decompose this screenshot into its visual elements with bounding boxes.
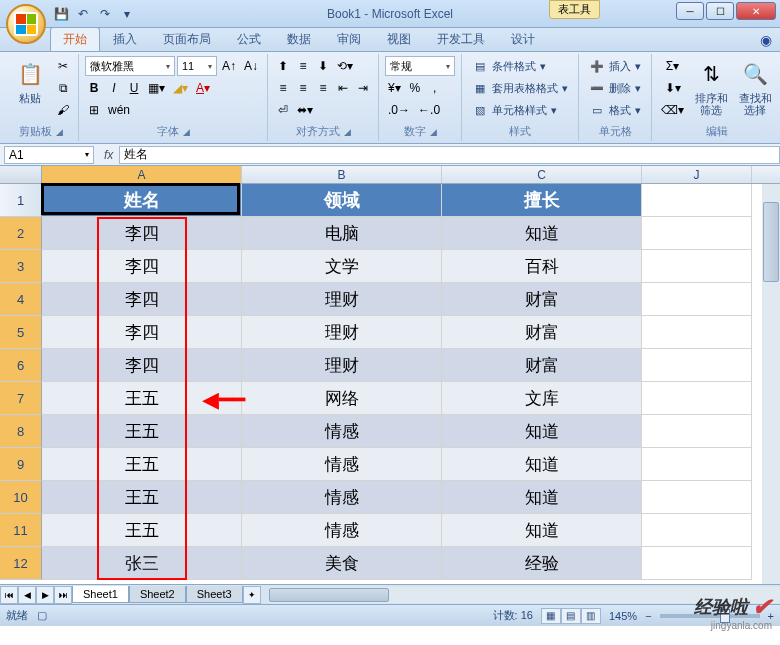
cell[interactable]: 文库 — [442, 382, 642, 415]
vertical-scrollbar[interactable] — [762, 184, 780, 584]
tab-data[interactable]: 数据 — [274, 27, 324, 51]
font-name-combo[interactable]: 微软雅黑▾ — [85, 56, 175, 76]
fx-button[interactable]: fx — [98, 148, 119, 162]
cell[interactable]: 情感 — [242, 481, 442, 514]
cell[interactable] — [642, 481, 752, 514]
select-all-corner[interactable] — [0, 166, 42, 183]
sheet-nav-last[interactable]: ⏭ — [54, 586, 72, 604]
cell[interactable]: 知道 — [442, 217, 642, 250]
number-format-combo[interactable]: 常规▾ — [385, 56, 455, 76]
qat-dropdown[interactable]: ▾ — [118, 5, 136, 23]
macro-record-icon[interactable]: ▢ — [37, 609, 47, 621]
table-format-button[interactable]: ▦套用表格格式▾ — [468, 78, 572, 98]
sheet-nav-prev[interactable]: ◀ — [18, 586, 36, 604]
row-header[interactable]: 10 — [0, 481, 42, 514]
font-dialog-launcher[interactable]: ◢ — [183, 127, 190, 137]
border-drawing-button[interactable]: ⊞ — [85, 100, 103, 120]
align-top-button[interactable]: ⬆ — [274, 56, 292, 76]
comma-button[interactable]: , — [426, 78, 444, 98]
increase-indent-button[interactable]: ⇥ — [354, 78, 372, 98]
cell[interactable]: 财富 — [442, 316, 642, 349]
name-box[interactable]: A1▾ — [4, 146, 94, 164]
cell[interactable]: 电脑 — [242, 217, 442, 250]
cell[interactable]: 财富 — [442, 349, 642, 382]
sheet-nav-first[interactable]: ⏮ — [0, 586, 18, 604]
decrease-font-button[interactable]: A↓ — [241, 56, 261, 76]
cell[interactable] — [642, 184, 752, 217]
cut-button[interactable]: ✂ — [54, 56, 72, 76]
cell[interactable]: 李四 — [42, 250, 242, 283]
font-color-button[interactable]: A▾ — [193, 78, 213, 98]
sheet-tab-1[interactable]: Sheet1 — [72, 586, 129, 603]
row-header[interactable]: 3 — [0, 250, 42, 283]
vscroll-thumb[interactable] — [763, 202, 779, 282]
save-button[interactable]: 💾 — [52, 5, 70, 23]
minimize-button[interactable]: ─ — [676, 2, 704, 20]
tab-developer[interactable]: 开发工具 — [424, 27, 498, 51]
cell[interactable]: 理财 — [242, 316, 442, 349]
view-normal-button[interactable]: ▦ — [541, 608, 561, 624]
cell[interactable]: 知道 — [442, 415, 642, 448]
tab-insert[interactable]: 插入 — [100, 27, 150, 51]
align-center-button[interactable]: ≡ — [294, 78, 312, 98]
cell[interactable]: 情感 — [242, 448, 442, 481]
office-button[interactable] — [6, 4, 46, 44]
find-select-button[interactable]: 🔍 查找和 选择 — [735, 56, 775, 118]
cell[interactable]: 王五 — [42, 415, 242, 448]
autosum-button[interactable]: Σ▾ — [658, 56, 687, 76]
cell[interactable]: 王五 — [42, 481, 242, 514]
cell[interactable] — [642, 349, 752, 382]
cell[interactable]: 姓名 — [42, 184, 242, 217]
cell[interactable]: 情感 — [242, 514, 442, 547]
bold-button[interactable]: B — [85, 78, 103, 98]
cell[interactable]: 百科 — [442, 250, 642, 283]
cell[interactable]: 李四 — [42, 217, 242, 250]
cell[interactable]: 情感 — [242, 415, 442, 448]
row-header[interactable]: 6 — [0, 349, 42, 382]
cell[interactable] — [642, 547, 752, 580]
fill-color-button[interactable]: ◢▾ — [170, 78, 191, 98]
row-header[interactable]: 2 — [0, 217, 42, 250]
currency-button[interactable]: ¥▾ — [385, 78, 404, 98]
increase-decimal-button[interactable]: .0→ — [385, 100, 413, 120]
cell[interactable]: 经验 — [442, 547, 642, 580]
cell[interactable]: 理财 — [242, 349, 442, 382]
tab-home[interactable]: 开始 — [50, 27, 100, 51]
align-right-button[interactable]: ≡ — [314, 78, 332, 98]
cell[interactable]: 王五 — [42, 514, 242, 547]
cell[interactable]: 理财 — [242, 283, 442, 316]
col-header-j[interactable]: J — [642, 166, 752, 183]
zoom-out-button[interactable]: − — [645, 610, 651, 622]
merge-button[interactable]: ⬌▾ — [294, 100, 316, 120]
cell[interactable]: 知道 — [442, 481, 642, 514]
tab-page-layout[interactable]: 页面布局 — [150, 27, 224, 51]
row-header[interactable]: 4 — [0, 283, 42, 316]
cell[interactable] — [642, 250, 752, 283]
cell[interactable] — [642, 217, 752, 250]
paste-button[interactable]: 📋 粘贴 — [10, 56, 50, 106]
tab-design[interactable]: 设计 — [498, 27, 548, 51]
decrease-indent-button[interactable]: ⇤ — [334, 78, 352, 98]
sort-filter-button[interactable]: ⇅ 排序和 筛选 — [691, 56, 731, 118]
cells-area[interactable]: ◀━━ 姓名领域擅长李四电脑知道李四文学百科李四理财财富李四理财财富李四理财财富… — [42, 184, 752, 580]
close-button[interactable]: ✕ — [736, 2, 776, 20]
undo-button[interactable]: ↶ — [74, 5, 92, 23]
col-header-c[interactable]: C — [442, 166, 642, 183]
cell[interactable] — [642, 316, 752, 349]
align-left-button[interactable]: ≡ — [274, 78, 292, 98]
cell[interactable]: 李四 — [42, 349, 242, 382]
underline-button[interactable]: U — [125, 78, 143, 98]
format-cells-button[interactable]: ▭格式▾ — [585, 100, 645, 120]
row-header[interactable]: 12 — [0, 547, 42, 580]
cell[interactable]: 李四 — [42, 316, 242, 349]
orientation-button[interactable]: ⟲▾ — [334, 56, 356, 76]
sheet-tab-2[interactable]: Sheet2 — [129, 586, 186, 603]
tab-view[interactable]: 视图 — [374, 27, 424, 51]
hscroll-thumb[interactable] — [269, 588, 389, 602]
align-dialog-launcher[interactable]: ◢ — [344, 127, 351, 137]
cell[interactable]: 李四 — [42, 283, 242, 316]
cell[interactable] — [642, 415, 752, 448]
row-header[interactable]: 5 — [0, 316, 42, 349]
cell[interactable]: 王五 — [42, 448, 242, 481]
row-header[interactable]: 11 — [0, 514, 42, 547]
